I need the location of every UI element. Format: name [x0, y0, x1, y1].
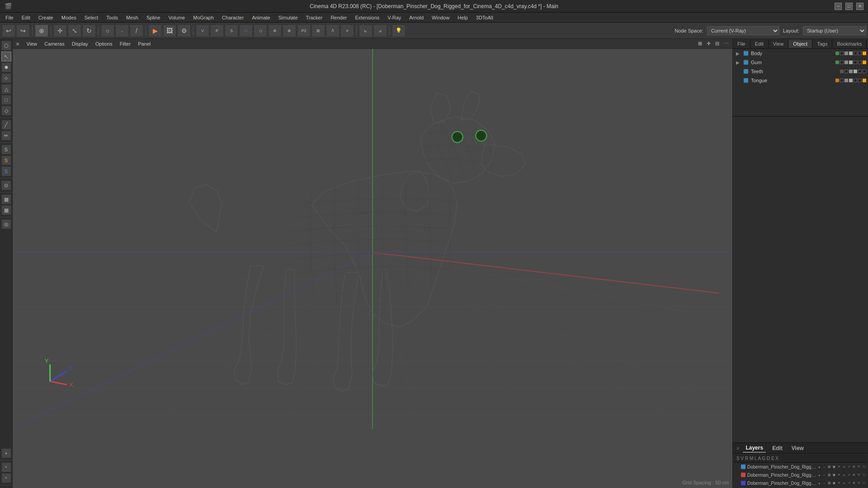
vp-fullscreen[interactable]: ⊞ [696, 40, 704, 47]
right-tab-file[interactable]: File [733, 40, 750, 48]
menu-item-window[interactable]: Window [428, 14, 453, 21]
vp-menu-filter[interactable]: Filter [118, 41, 132, 47]
menu-item-extensions[interactable]: Extensions [351, 14, 383, 21]
menu-item-simulate[interactable]: Simulate [275, 14, 302, 21]
menu-item-v-ray[interactable]: V-Ray [384, 14, 405, 21]
snap-button[interactable]: ⊾ [359, 24, 373, 37]
menu-item-help[interactable]: Help [454, 14, 472, 21]
rotate-button[interactable]: ↻ [82, 24, 96, 37]
menu-item-spline[interactable]: Spline [143, 14, 164, 21]
tree-item-tongue[interactable]: Tongue [733, 76, 868, 85]
restore-button[interactable]: □ [845, 3, 853, 10]
viewport-3d[interactable]: Perspective Default Camera ● Grid Spacin… [13, 49, 732, 488]
plugin1-button[interactable]: P [210, 24, 224, 37]
left-tool-s1[interactable]: S [1, 145, 11, 155]
undo-button[interactable]: ↩ [2, 24, 15, 37]
menu-item-select[interactable]: Select [81, 14, 102, 21]
menu-item-file[interactable]: File [2, 14, 17, 21]
left-tool-line[interactable]: ╱ [1, 120, 11, 130]
redo-button[interactable]: ↪ [16, 24, 30, 37]
vp-menu-options[interactable]: Options [94, 41, 114, 47]
plugin4-button[interactable]: ◇ [254, 24, 267, 37]
minimize-button[interactable]: ─ [835, 3, 842, 10]
plugin5-button[interactable]: ⊗ [268, 24, 282, 37]
vp-menu-display[interactable]: Display [70, 41, 90, 47]
menu-item-create[interactable]: Create [35, 14, 57, 21]
left-tool-s3[interactable]: S [1, 166, 11, 176]
edge-mode-button[interactable]: / [130, 24, 143, 37]
vp-more[interactable]: ⋯ [722, 40, 731, 47]
menu-item-render[interactable]: Render [327, 14, 350, 21]
render-settings-button[interactable]: ⚙ [177, 24, 191, 37]
tree-item-teeth[interactable]: Teeth [733, 67, 868, 76]
point-mode-button[interactable]: · [115, 24, 129, 37]
move-button[interactable]: ✛ [53, 24, 67, 37]
menu-item-volume[interactable]: Volume [165, 14, 189, 21]
plugin7-button[interactable]: P2 [297, 24, 311, 37]
light-btn[interactable]: 💡 [392, 24, 406, 37]
menu-item-mesh[interactable]: Mesh [123, 14, 142, 21]
snap2-button[interactable]: ⊿ [373, 24, 387, 37]
layers-tab-view[interactable]: View [789, 444, 807, 452]
layer-item-bones[interactable]: Doberman_Pinscher_Dog_Rigged_Bones ● ○ ▦… [734, 471, 867, 479]
left-tool-m1[interactable]: ⌖ [1, 462, 11, 472]
layers-tab-layers[interactable]: Layers [743, 444, 766, 453]
menu-item-modes[interactable]: Modes [58, 14, 80, 21]
layer-item-helpers[interactable]: Doberman_Pinscher_Dog_Rigged_Helpers ● ○… [734, 479, 867, 487]
left-tool-0[interactable]: ⬡ [1, 41, 11, 51]
left-tool-select[interactable]: ↖ [1, 52, 11, 61]
render-active-view-button[interactable]: ▶ [148, 24, 162, 37]
menu-item-tools[interactable]: Tools [103, 14, 122, 21]
vp-menu-cameras[interactable]: Cameras [42, 41, 66, 47]
left-tool-layers[interactable]: ▦ [1, 194, 11, 204]
right-tab-view[interactable]: View [769, 40, 789, 48]
plugin8-button[interactable]: ⊞ [311, 24, 325, 37]
menu-item-animate[interactable]: Animate [248, 14, 274, 21]
menu-item-edit[interactable]: Edit [18, 14, 34, 21]
menu-item-3dtoall[interactable]: 3DToAll [472, 14, 497, 21]
layout-select[interactable]: Startup (User) [803, 26, 866, 35]
menu-item-arnold[interactable]: Arnold [406, 14, 427, 21]
live-select-button[interactable]: ⊕ [35, 24, 48, 37]
right-tab-edit[interactable]: Edit [750, 40, 769, 48]
plugin3-button[interactable]: □ [239, 24, 253, 37]
tree-item-gum[interactable]: ▶ Gum [733, 58, 868, 67]
left-tool-2[interactable]: ⬢ [1, 62, 11, 72]
left-tool-5[interactable]: □ [1, 95, 11, 105]
plugin6-button[interactable]: ⊕ [283, 24, 296, 37]
left-tool-add[interactable]: + [1, 448, 11, 458]
plugin2-button[interactable]: S [225, 24, 238, 37]
left-tool-pen[interactable]: ✏ [1, 131, 11, 141]
render-picture-viewer-button[interactable]: 🖼 [163, 24, 176, 37]
left-tool-4[interactable]: △ [1, 84, 11, 94]
plugin10-button[interactable]: ≡ [340, 24, 354, 37]
tree-dot-7 [863, 52, 866, 55]
menu-item-tracker[interactable]: Tracker [302, 14, 326, 21]
left-tool-6[interactable]: ◇ [1, 106, 11, 116]
layers-tab-edit[interactable]: Edit [769, 444, 785, 452]
left-tool-3[interactable]: ⊹ [1, 73, 11, 83]
vp-menu-hamburger[interactable]: ≡ [14, 41, 21, 47]
plugin9-button[interactable]: /\ [326, 24, 340, 37]
left-tool-brush[interactable]: ⊙ [1, 180, 11, 190]
left-tool-layers2[interactable]: ▦ [1, 205, 11, 215]
right-tab-bookmarks[interactable]: Bookmarks [832, 40, 867, 48]
vray-button[interactable]: V [196, 24, 209, 37]
left-tool-circle[interactable]: ◎ [1, 219, 11, 229]
close-button[interactable]: ✕ [856, 3, 863, 10]
vp-menu-panel[interactable]: Panel [136, 41, 152, 47]
object-mode-button[interactable]: ○ [101, 24, 114, 37]
menu-item-character[interactable]: Character [218, 14, 247, 21]
node-space-select[interactable]: Current (V-Ray) [707, 26, 779, 35]
layer-item-geometry[interactable]: Doberman_Pinscher_Dog_Rigged_Geometry ● … [734, 463, 867, 471]
scale-button[interactable]: ⤡ [68, 24, 81, 37]
right-tab-object[interactable]: Object [788, 40, 812, 48]
right-tab-tags[interactable]: Tags [812, 40, 832, 48]
left-tool-m2[interactable]: ⌗ [1, 473, 11, 483]
vp-layout[interactable]: ⊟ [713, 40, 721, 47]
vp-menu-view[interactable]: View [24, 41, 39, 47]
vp-snap[interactable]: ✛ [705, 40, 712, 47]
tree-item-body[interactable]: ▶ Body [733, 49, 868, 58]
left-tool-s2[interactable]: S [1, 155, 11, 165]
menu-item-mograph[interactable]: MoGraph [189, 14, 217, 21]
